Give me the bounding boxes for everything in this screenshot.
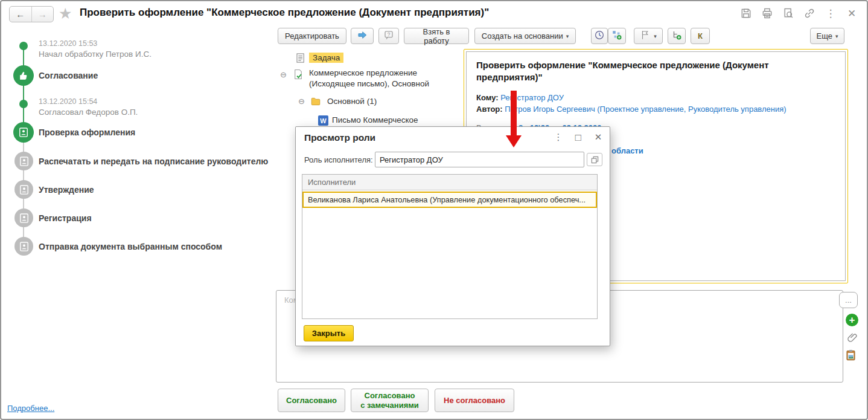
- edit-button[interactable]: Редактировать: [278, 28, 346, 44]
- take-to-work-button[interactable]: Взять в работу: [404, 28, 469, 44]
- help-icon: ?: [383, 30, 394, 42]
- person-badge-icon: [14, 180, 33, 199]
- executor-row-selected[interactable]: Великанова Лариса Анатольевна (Управлени…: [302, 192, 597, 208]
- add-icon[interactable]: +: [846, 314, 858, 326]
- close-dialog-button[interactable]: Закрыть: [304, 325, 354, 341]
- org-chart-plus-icon: [611, 30, 622, 42]
- forward-task-button[interactable]: [351, 28, 374, 44]
- person-badge-icon: [14, 208, 33, 227]
- tree-item-document-line2[interactable]: (Исходящее письмо), Основной: [309, 79, 429, 88]
- timeline-date: 13.12.2020 15:54: [39, 97, 97, 106]
- executors-list: Исполнители Великанова Лариса Анатольевн…: [302, 174, 598, 319]
- create-based-on-button[interactable]: Создать на основании ▾: [474, 28, 576, 44]
- flag-icon: [640, 30, 651, 42]
- more-button[interactable]: Еще ▾: [810, 28, 844, 44]
- clock-icon: [594, 30, 605, 42]
- person-badge-icon: [14, 152, 33, 170]
- task-author-line: Автор: Петров Игорь Сергеевич (Проектное…: [476, 103, 835, 115]
- approve-notes-label-1: Согласовано: [365, 391, 415, 401]
- history-button[interactable]: [591, 28, 608, 44]
- dialog-close-icon[interactable]: ✕: [592, 132, 604, 143]
- author-label: Автор:: [476, 105, 503, 114]
- dialog-title: Просмотр роли: [304, 132, 375, 143]
- tree-item-folder[interactable]: Основной (1): [327, 97, 377, 106]
- hidden-fragment-link[interactable]: области: [611, 146, 643, 155]
- executors-header: Исполнители: [302, 175, 597, 190]
- timeline-text: Согласовал Федоров О.П.: [39, 108, 138, 117]
- task-document-icon: [295, 53, 306, 63]
- tree-item-task[interactable]: Задача: [309, 53, 343, 63]
- save-icon[interactable]: [739, 7, 753, 20]
- reject-button[interactable]: Не согласовано: [435, 389, 514, 412]
- blue-arrow-icon: [357, 30, 368, 42]
- word-file-icon: W: [318, 115, 328, 126]
- approve-label: Согласовано: [286, 396, 337, 405]
- timeline-stage-label: Отправка документа выбранным способом: [39, 242, 222, 251]
- timeline-date: 13.12.2020 15:53: [39, 39, 97, 48]
- attachment-icon[interactable]: [846, 331, 859, 344]
- to-label: Кому:: [476, 93, 499, 102]
- favorite-star-icon[interactable]: ★: [59, 5, 72, 22]
- create-based-on-label: Создать на основании: [482, 31, 563, 40]
- page-title: Проверить оформление "Коммерческое предл…: [80, 7, 489, 19]
- timeline-dot-icon: [19, 100, 28, 108]
- clipboard-image-icon[interactable]: [844, 349, 857, 361]
- person-badge-icon: [13, 122, 34, 143]
- timeline-line-done: [23, 46, 24, 132]
- role-field-label: Роль исполнителя:: [304, 155, 373, 164]
- role-choose-button[interactable]: [587, 153, 602, 166]
- window-close-icon[interactable]: ✕: [845, 7, 858, 20]
- task-title: Проверить оформление "Коммерческое предл…: [476, 59, 826, 83]
- chevron-down-icon: ▾: [835, 33, 838, 39]
- back-button[interactable]: ←: [10, 7, 31, 22]
- timeline-stage-label: Согласование: [39, 71, 98, 80]
- header-icons: ⋮ ✕: [739, 7, 858, 20]
- tree-item-file[interactable]: Письмо Коммерческое: [332, 115, 418, 124]
- role-view-dialog: Просмотр роли ⋮ □ ✕ Роль исполнителя: Ис…: [295, 126, 610, 346]
- subtask-tree-button[interactable]: [668, 28, 686, 44]
- chevron-down-icon: ▾: [654, 33, 657, 39]
- preview-icon[interactable]: [782, 7, 795, 20]
- details-link[interactable]: Подробнее...: [7, 404, 54, 413]
- to-link[interactable]: Регистратор ДОУ: [500, 93, 564, 102]
- help-button[interactable]: ?: [378, 28, 399, 44]
- timeline-stage-label: Регистрация: [39, 213, 92, 223]
- more-label: Еще: [817, 31, 832, 40]
- k-style-button[interactable]: К: [691, 28, 710, 44]
- timeline-stage-label: Распечатать и передать на подписание рук…: [39, 157, 268, 166]
- nav-group: ← →: [9, 6, 54, 22]
- author-link[interactable]: Петров Игорь Сергеевич (Проектное управл…: [505, 105, 786, 114]
- approve-button[interactable]: Согласовано: [278, 389, 345, 412]
- print-icon[interactable]: [761, 7, 774, 20]
- timeline-dot-icon: [19, 42, 28, 50]
- spacer: [476, 115, 835, 122]
- thumbs-up-icon: [13, 65, 34, 86]
- approve-notes-label-2: с замечаниями: [360, 401, 419, 410]
- expander-icon[interactable]: ⊖: [298, 98, 305, 105]
- approve-with-notes-button[interactable]: Согласовано с замечаниями: [351, 389, 429, 412]
- dialog-kebab-icon[interactable]: ⋮: [552, 132, 564, 143]
- timeline-stage-label: Проверка оформления: [39, 128, 135, 137]
- tree-add-icon: [671, 30, 682, 42]
- comment-expand-button[interactable]: ...: [839, 292, 858, 308]
- tree-item-document-line1[interactable]: Коммерческое предложение: [309, 68, 417, 77]
- person-badge-icon: [14, 237, 33, 256]
- dialog-maximize-icon[interactable]: □: [572, 132, 584, 144]
- task-to-line: Кому: Регистратор ДОУ: [476, 92, 835, 103]
- kebab-menu-icon[interactable]: ⋮: [824, 7, 837, 20]
- document-check-icon: [293, 69, 304, 80]
- flag-button[interactable]: ▾: [634, 28, 663, 44]
- chevron-down-icon: ▾: [566, 33, 569, 39]
- app-window: ← → ★ Проверить оформление "Коммерческое…: [0, 0, 868, 420]
- forward-button[interactable]: →: [31, 7, 54, 22]
- timeline-text: Начал обработку Петров И.С.: [39, 50, 152, 59]
- role-input[interactable]: [375, 152, 584, 167]
- timeline-stage-label: Утверждение: [39, 185, 94, 195]
- expander-icon[interactable]: ⊖: [280, 71, 287, 78]
- link-icon[interactable]: [803, 7, 816, 20]
- reject-label: Не согласовано: [444, 396, 505, 405]
- folder-icon: [310, 96, 321, 107]
- process-chart-button[interactable]: [608, 28, 626, 44]
- svg-text:?: ?: [388, 32, 391, 37]
